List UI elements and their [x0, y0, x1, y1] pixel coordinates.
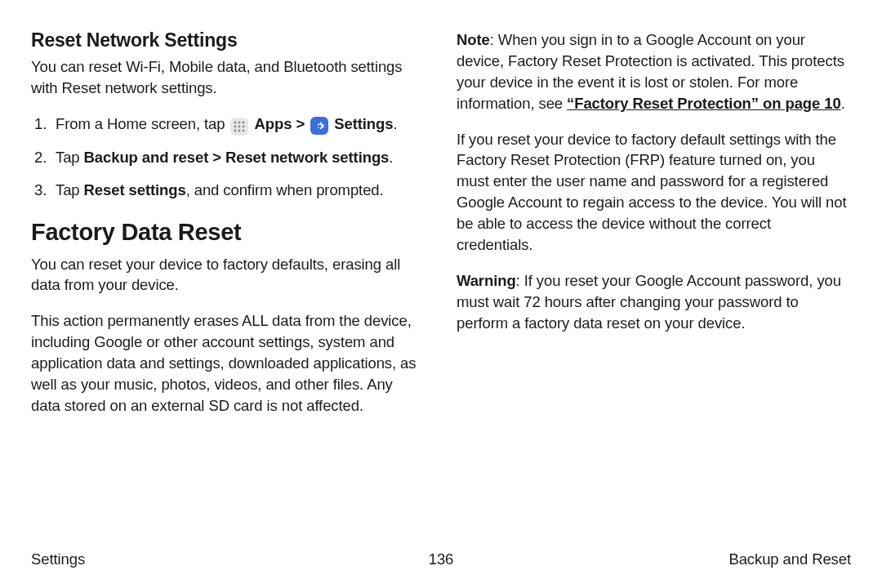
svg-point-6	[234, 129, 237, 131]
frp-explain: If you reset your device to factory defa…	[457, 129, 851, 256]
steps-list: From a Home screen, tap Apps > Settings.	[31, 114, 425, 201]
warning-label: Warning	[457, 272, 516, 289]
note-body-b: .	[841, 95, 845, 112]
step1-apps-label: Apps	[255, 115, 292, 132]
step1-end: .	[393, 115, 397, 132]
intro-reset-network: You can reset Wi-Fi, Mobile data, and Bl…	[31, 56, 425, 99]
step-1: From a Home screen, tap Apps > Settings.	[31, 114, 425, 136]
page-number: 136	[429, 550, 454, 568]
svg-point-4	[238, 125, 241, 127]
svg-point-7	[238, 129, 241, 131]
factory-p2: This action permanently erases ALL data …	[31, 310, 425, 416]
warning-paragraph: Warning: If you reset your Google Accoun…	[457, 270, 851, 334]
step-3: Tap Reset settings, and confirm when pro…	[31, 180, 425, 201]
svg-point-5	[243, 125, 245, 127]
svg-point-0	[234, 121, 237, 123]
footer: Settings 136 Backup and Reset	[31, 550, 851, 568]
step2-bold: Backup and reset > Reset network setting…	[84, 149, 390, 166]
step3-end: , and confirm when prompted.	[186, 181, 384, 198]
step1-settings-label: Settings	[334, 115, 393, 132]
heading-factory-reset: Factory Data Reset	[31, 219, 425, 246]
frp-link[interactable]: “Factory Reset Protection” on page 10	[567, 95, 841, 112]
step3-pre: Tap	[56, 181, 84, 198]
left-column: Reset Network Settings You can reset Wi-…	[31, 29, 425, 544]
settings-icon	[310, 117, 328, 135]
columns: Reset Network Settings You can reset Wi-…	[31, 29, 851, 544]
apps-icon	[230, 118, 248, 136]
svg-point-8	[243, 129, 245, 131]
step2-end: .	[389, 149, 393, 166]
heading-reset-network: Reset Network Settings	[31, 29, 425, 51]
step1-sep: >	[296, 115, 309, 132]
step3-bold: Reset settings	[84, 181, 186, 198]
svg-point-3	[234, 125, 237, 127]
step2-pre: Tap	[56, 149, 84, 166]
footer-right: Backup and Reset	[728, 550, 851, 568]
svg-point-1	[238, 121, 241, 123]
right-column: Note: When you sign in to a Google Accou…	[457, 29, 851, 544]
step1-text-pre: From a Home screen, tap	[56, 115, 229, 132]
svg-point-2	[243, 121, 245, 123]
note-paragraph: Note: When you sign in to a Google Accou…	[457, 29, 851, 114]
note-label: Note	[457, 31, 490, 48]
step-2: Tap Backup and reset > Reset network set…	[31, 147, 425, 168]
footer-left: Settings	[31, 550, 85, 568]
factory-p1: You can reset your device to factory def…	[31, 254, 425, 296]
